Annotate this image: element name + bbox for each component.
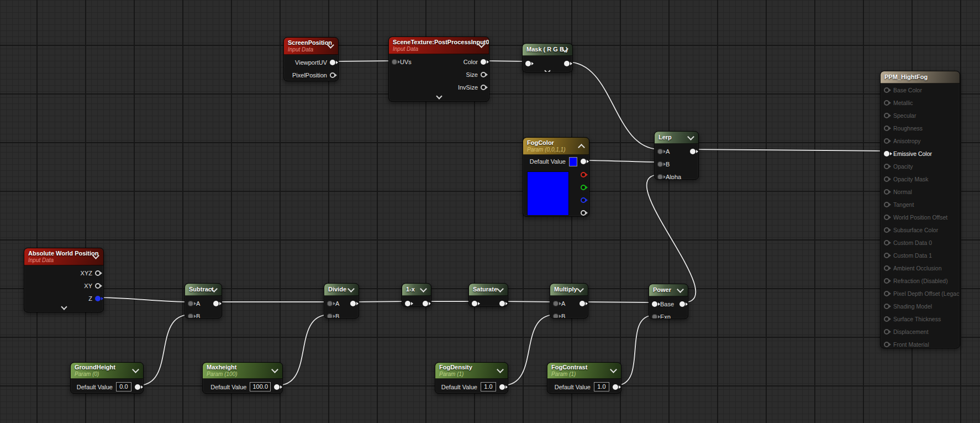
chevron-down-icon[interactable]: [687, 133, 694, 140]
node-screen-position[interactable]: ScreenPositionInput DataViewportUVPixelP…: [283, 37, 339, 81]
input-pin[interactable]: [884, 253, 889, 258]
channel-pin[interactable]: [581, 197, 586, 203]
input-pin[interactable]: [188, 314, 193, 319]
input-pin[interactable]: [884, 138, 889, 144]
output-pin[interactable]: [481, 85, 486, 90]
output-pin[interactable]: [679, 301, 685, 307]
input-pin[interactable]: [884, 342, 889, 347]
input-pin[interactable]: [657, 161, 663, 167]
chevron-down-icon[interactable]: [677, 286, 684, 293]
default-value-input[interactable]: 1.0: [594, 382, 609, 391]
wire-multiply-to-power-base[interactable]: [583, 302, 654, 302]
wire-groundheight-to-subtract-b[interactable]: [138, 315, 190, 385]
node-saturate[interactable]: Saturate: [468, 283, 508, 307]
input-pin[interactable]: [188, 301, 193, 306]
node-scene-texture[interactable]: SceneTexture:PostProcessInput0Input Data…: [388, 36, 489, 102]
input-pin[interactable]: [884, 240, 889, 246]
input-pin[interactable]: [884, 164, 889, 169]
wire-mask-to-lerp-a[interactable]: [567, 62, 660, 149]
input-pin[interactable]: [884, 126, 889, 131]
input-pin[interactable]: [392, 59, 397, 65]
color-preview[interactable]: [527, 171, 569, 216]
channel-pin[interactable]: [581, 210, 586, 216]
channel-pin[interactable]: [581, 172, 586, 177]
input-pin[interactable]: [327, 314, 333, 319]
node-groundheight[interactable]: GroundHeightParam (0)Default Value0.0: [70, 362, 144, 394]
chevron-down-icon[interactable]: [577, 285, 584, 293]
input-pin[interactable]: [553, 314, 559, 319]
node-mask-rgb[interactable]: Mask ( R G B ): [522, 43, 573, 72]
input-pin[interactable]: [884, 278, 889, 284]
wire-viewportuv-to-uvs[interactable]: [333, 61, 394, 61]
default-value-input[interactable]: 1.0: [481, 382, 496, 391]
output-pin[interactable]: [95, 270, 101, 276]
chevron-down-icon[interactable]: [420, 285, 427, 293]
output-pin[interactable]: [581, 159, 586, 164]
output-pin[interactable]: [330, 60, 335, 65]
chevron-down-icon[interactable]: [497, 285, 504, 293]
input-pin[interactable]: [657, 174, 663, 180]
chevron-down-icon[interactable]: [497, 366, 504, 373]
input-pin[interactable]: [884, 265, 889, 271]
node-ppm-hightfog[interactable]: PPM_HightFogBase ColorMetallicSpecularRo…: [880, 71, 960, 348]
input-pin[interactable]: [884, 151, 889, 156]
input-pin[interactable]: [652, 301, 657, 307]
node-power[interactable]: PowerBaseExp: [649, 284, 688, 319]
input-pin[interactable]: [884, 189, 889, 195]
input-pin[interactable]: [884, 316, 889, 322]
output-pin[interactable]: [499, 384, 505, 390]
input-pin[interactable]: [884, 87, 889, 93]
output-pin[interactable]: [423, 301, 428, 306]
input-pin[interactable]: [884, 176, 889, 182]
node-multiply[interactable]: MultiplyAB: [550, 283, 588, 318]
output-pin[interactable]: [95, 296, 101, 301]
node-fogdensity[interactable]: FogDensityParam (1)Default Value1.0: [435, 362, 508, 394]
input-pin[interactable]: [553, 301, 559, 306]
color-swatch[interactable]: [569, 157, 577, 166]
input-pin[interactable]: [884, 291, 889, 296]
wire-maxheight-to-divide-b[interactable]: [277, 315, 329, 385]
node-absolute-world-position[interactable]: Absolute World PositionInput DataXYZXYZ: [24, 248, 104, 312]
input-pin[interactable]: [884, 113, 889, 118]
wire-z-to-subtract-a[interactable]: [98, 297, 190, 302]
node-fogcontrast[interactable]: FogContrastParam (1)Default Value1.0: [547, 362, 621, 394]
node-maxheight[interactable]: MaxheightParam (100)Default Value100.0: [202, 362, 283, 394]
output-pin[interactable]: [330, 72, 335, 78]
chevron-down-icon[interactable]: [61, 304, 67, 310]
output-pin[interactable]: [481, 72, 486, 77]
input-pin[interactable]: [884, 215, 889, 220]
channel-pin[interactable]: [581, 185, 586, 190]
output-pin[interactable]: [350, 301, 356, 306]
chevron-down-icon[interactable]: [436, 93, 442, 99]
input-pin[interactable]: [327, 301, 333, 306]
chevron-down-icon[interactable]: [610, 366, 617, 373]
default-value-input[interactable]: 100.0: [250, 382, 271, 391]
input-pin[interactable]: [884, 227, 889, 233]
output-pin[interactable]: [213, 301, 219, 306]
node-divide[interactable]: DivideAB: [324, 283, 359, 318]
input-pin[interactable]: [405, 301, 410, 306]
wire-saturate-to-multiply-a[interactable]: [503, 301, 555, 302]
input-pin[interactable]: [884, 329, 889, 335]
output-pin[interactable]: [274, 384, 280, 390]
output-pin[interactable]: [95, 283, 101, 289]
wire-color-to-mask[interactable]: [484, 61, 528, 61]
input-pin[interactable]: [657, 149, 663, 154]
node-lerp[interactable]: LerpABAlpha: [654, 131, 699, 180]
output-pin[interactable]: [499, 301, 505, 306]
node-fog-color[interactable]: FogColorParam (0,0,1,1)Default Value: [523, 137, 589, 217]
wire-divide-to-oneminusx[interactable]: [354, 301, 407, 302]
output-pin[interactable]: [690, 149, 696, 154]
chevron-down-icon[interactable]: [271, 366, 278, 373]
input-pin[interactable]: [884, 202, 889, 207]
material-graph-canvas[interactable]: ScreenPositionInput DataViewportUVPixelP…: [0, 0, 980, 423]
output-pin[interactable]: [579, 301, 585, 306]
default-value-input[interactable]: 0.0: [116, 382, 131, 391]
wire-fogcontrast-to-power-exp[interactable]: [616, 315, 654, 385]
node-subtract[interactable]: SubtractAB: [185, 283, 222, 318]
node-one-minus-x[interactable]: 1-x: [402, 283, 431, 307]
input-pin[interactable]: [652, 314, 657, 320]
chevron-up-icon[interactable]: [578, 144, 585, 151]
output-pin[interactable]: [481, 59, 486, 65]
output-pin[interactable]: [135, 384, 140, 390]
